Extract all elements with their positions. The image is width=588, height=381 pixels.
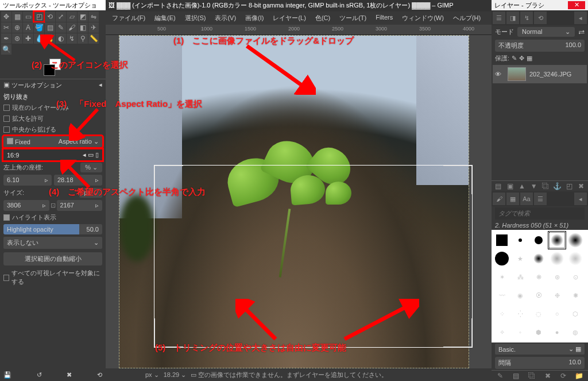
- brush-item[interactable]: ⦿: [529, 286, 548, 305]
- merge-icon[interactable]: ⚓: [553, 182, 562, 190]
- status-zoom[interactable]: 18.29 ⌄: [164, 371, 187, 379]
- tool-pencil[interactable]: ✎: [56, 22, 66, 33]
- crop-handle-tr[interactable]: [443, 166, 472, 194]
- pos-x[interactable]: 6.10▹: [3, 175, 52, 186]
- brush-item[interactable]: [548, 231, 566, 249]
- tool-eraser[interactable]: ◧: [78, 22, 88, 33]
- tool-flip[interactable]: ⇋: [88, 11, 99, 22]
- highlight-opacity[interactable]: Highlight opacity50.0: [3, 224, 102, 234]
- tool-cage[interactable]: ✂: [1, 22, 11, 33]
- status-unit[interactable]: px ⌄: [145, 371, 159, 379]
- menu-windows[interactable]: ウィンドウ(W): [398, 13, 448, 24]
- reset-icon[interactable]: ⟲: [97, 371, 102, 379]
- reload-icon[interactable]: ↺: [37, 371, 42, 379]
- brush-item[interactable]: 〰: [493, 286, 511, 305]
- menu-edit[interactable]: 編集(E): [150, 13, 180, 24]
- tool-rect-select[interactable]: ▭: [23, 11, 33, 22]
- del-brush-icon[interactable]: ✖: [543, 372, 552, 380]
- brush-item[interactable]: [529, 231, 548, 249]
- tool-shear[interactable]: ▱: [67, 11, 77, 22]
- brush-item[interactable]: ✺: [566, 286, 585, 305]
- tool-gradient[interactable]: ▤: [45, 22, 55, 33]
- dup-brush-icon[interactable]: ⿻: [527, 372, 536, 380]
- all-visible-layers[interactable]: すべての可視レイヤーを対象にする: [0, 268, 106, 287]
- brush-item[interactable]: ◦: [511, 323, 529, 341]
- menu-tools[interactable]: ツール(T): [335, 13, 370, 24]
- menu-help[interactable]: ヘルプ(H): [449, 13, 485, 24]
- tab-fonts[interactable]: Aa: [520, 193, 533, 205]
- brush-item[interactable]: ⬢: [529, 323, 548, 341]
- tool-clone[interactable]: ⊛: [12, 33, 22, 44]
- highlight-checkbox[interactable]: ハイライト表示: [0, 212, 106, 223]
- layer-item[interactable]: 👁 202_3246.JPG: [493, 65, 587, 83]
- brush-item[interactable]: ⁘: [493, 305, 511, 323]
- blend-mode-dropdown[interactable]: Normal⌄: [517, 27, 575, 37]
- raise-icon[interactable]: ▲: [517, 182, 527, 190]
- tab-patterns[interactable]: ▦: [506, 193, 519, 205]
- crop-handle-br[interactable]: [443, 318, 472, 347]
- tool-move[interactable]: ✥: [1, 11, 11, 22]
- menu-layer[interactable]: レイヤー(L): [269, 13, 310, 24]
- delete-layer-icon[interactable]: ✖: [577, 182, 586, 190]
- brush-preset-dropdown[interactable]: Basic.⌄ ▦: [495, 344, 585, 355]
- refresh-brush-icon[interactable]: ⟳: [559, 372, 568, 380]
- brush-item[interactable]: ◉: [511, 286, 529, 305]
- tool-zoom[interactable]: 🔍: [1, 44, 11, 55]
- layer-group-icon[interactable]: ▣: [505, 182, 514, 190]
- guides-dropdown[interactable]: 表示しない⌄: [3, 237, 102, 249]
- lock-alpha-icon[interactable]: ▦: [527, 55, 532, 62]
- brush-item[interactable]: ✶: [493, 268, 511, 286]
- lower-icon[interactable]: ▼: [529, 182, 539, 190]
- brush-item[interactable]: ❉: [548, 286, 566, 305]
- visibility-icon[interactable]: 👁: [495, 71, 504, 78]
- brush-item[interactable]: ⊛: [548, 268, 566, 286]
- lock-pixels-icon[interactable]: ✎: [512, 55, 517, 62]
- tool-bucket[interactable]: 🪣: [34, 22, 44, 33]
- tab-channels[interactable]: ◨: [506, 11, 519, 24]
- brush-tab-menu[interactable]: ◂: [574, 193, 587, 205]
- tool-scale[interactable]: ⤢: [56, 11, 66, 22]
- save-icon[interactable]: 💾: [3, 371, 11, 379]
- open-brush-icon[interactable]: 📁: [575, 372, 584, 380]
- brush-item[interactable]: [493, 231, 511, 249]
- brush-item[interactable]: ⁂: [511, 268, 529, 286]
- brush-spacing[interactable]: 間隔10.0: [495, 357, 585, 369]
- tag-search[interactable]: タグで検索: [495, 207, 585, 220]
- brush-item[interactable]: ★: [511, 249, 529, 268]
- tool-brush[interactable]: 🖌: [67, 22, 77, 33]
- tool-rotate[interactable]: ⟲: [45, 11, 55, 22]
- brush-item[interactable]: [529, 249, 548, 268]
- tab-undo[interactable]: ⟲: [534, 11, 547, 24]
- menu-colors[interactable]: 色(C): [311, 13, 334, 24]
- auto-shrink-button[interactable]: 選択範囲の自動縮小: [3, 252, 102, 265]
- menu-filters[interactable]: Filters: [372, 13, 397, 24]
- menu-view[interactable]: 表示(V): [211, 13, 240, 24]
- menu-select[interactable]: 選択(S): [181, 13, 210, 24]
- lock-position-icon[interactable]: ✥: [519, 55, 524, 62]
- new-brush-icon[interactable]: ▤: [512, 372, 521, 380]
- tab-paths[interactable]: ↯: [520, 11, 533, 24]
- size-h[interactable]: 2167▹: [57, 200, 103, 211]
- aspect-ratio-input[interactable]: 16:9◂ ▭ ▯: [3, 149, 102, 160]
- tab-brushes[interactable]: 🖌: [493, 193, 505, 205]
- tool-align[interactable]: ▦: [12, 11, 22, 22]
- brush-item[interactable]: ◍: [566, 323, 585, 341]
- close-button[interactable]: ✕: [568, 1, 585, 9]
- brush-item[interactable]: ○: [548, 305, 566, 323]
- brush-item[interactable]: ◌: [529, 305, 548, 323]
- brush-item[interactable]: ❋: [529, 268, 548, 286]
- brush-item[interactable]: ⁛: [511, 305, 529, 323]
- brush-item[interactable]: [511, 231, 529, 249]
- delete-icon[interactable]: ✖: [67, 371, 72, 379]
- layer-opacity[interactable]: 不透明度100.0: [495, 40, 585, 52]
- tool-crop[interactable]: ◰: [34, 11, 44, 22]
- tool-measure[interactable]: 📏: [88, 33, 99, 44]
- brush-item[interactable]: [548, 249, 566, 268]
- tool-warp[interactable]: ⊕: [12, 22, 22, 33]
- brush-item[interactable]: ⬡: [566, 305, 585, 323]
- edit-brush-icon[interactable]: ✎: [496, 372, 505, 380]
- brush-item[interactable]: [493, 249, 511, 268]
- mask-icon[interactable]: ◰: [565, 182, 574, 190]
- brush-item[interactable]: ✧: [493, 323, 511, 341]
- tool-text[interactable]: A: [23, 22, 33, 33]
